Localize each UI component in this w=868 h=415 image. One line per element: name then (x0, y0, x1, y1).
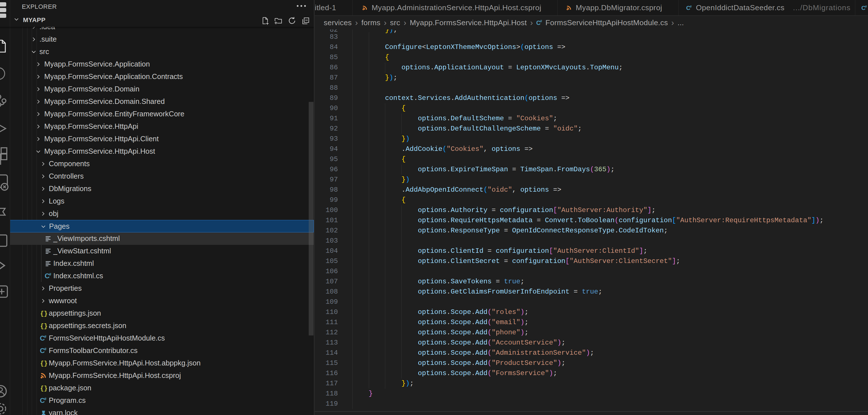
svg-text:{}: {} (40, 360, 47, 367)
svg-text:#: # (49, 272, 51, 277)
svg-text:#: # (690, 5, 692, 8)
svg-text:{}: {} (40, 310, 47, 317)
svg-text:#: # (44, 347, 46, 351)
svg-text:{}: {} (40, 323, 47, 329)
svg-text:#: # (44, 335, 46, 339)
svg-text:#: # (865, 5, 867, 8)
svg-text:{}: {} (40, 385, 47, 391)
svg-text:#: # (44, 397, 46, 401)
svg-text:#: # (540, 20, 542, 23)
